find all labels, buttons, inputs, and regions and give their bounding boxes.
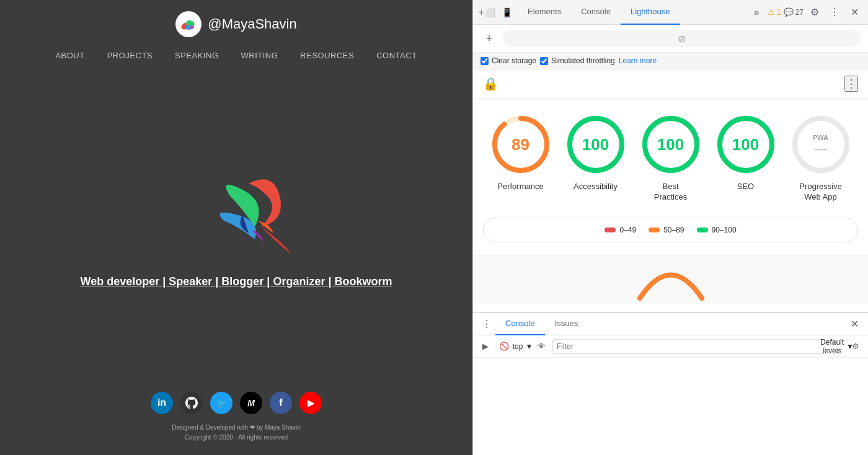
console-menu-button[interactable]: ⋮ [478, 316, 495, 333]
device-icon[interactable]: 📱 [498, 4, 515, 21]
console-toolbar: ▶ 🚫 top ▼ 👁 Default levels ▼ ⚙ [473, 335, 868, 358]
legend-fail: 0–49 [604, 226, 636, 234]
clear-storage-checkbox[interactable] [480, 57, 489, 65]
website-preview: @MayaShavin ABOUT PROJECTS SPEAKING WRIT… [0, 0, 472, 455]
lighthouse-more-button[interactable]: ⋮ [844, 76, 858, 92]
scores-section: 89 Performance 100 Accessibility [473, 99, 868, 213]
clear-storage-label: Clear storage [492, 56, 536, 65]
console-level-selector[interactable]: Default levels ▼ [830, 339, 844, 354]
hero-section: Web developer | Speaker | Blogger | Orga… [43, 70, 430, 377]
score-best-practices: 100 BestPractices [640, 113, 702, 203]
learn-more-link[interactable]: Learn more [619, 56, 657, 65]
error-count: 27 [795, 8, 804, 17]
best-practices-label: BestPractices [654, 182, 687, 203]
accessibility-circle: 100 [565, 113, 627, 175]
pwa-circle: PWA — [790, 113, 852, 175]
best-practices-score: 100 [657, 135, 684, 154]
score-accessibility: 100 Accessibility [565, 113, 627, 192]
more-options-button[interactable]: ⋮ [826, 4, 843, 21]
site-header: @MayaShavin ABOUT PROJECTS SPEAKING WRIT… [0, 0, 472, 70]
lighthouse-results: 🔒 ⋮ 89 Performance [473, 69, 868, 312]
performance-label: Performance [497, 182, 543, 192]
legend-fail-dot [604, 228, 616, 232]
footer-text: Designed & Developed with ❤ by Maya Shav… [172, 423, 301, 443]
tab-lighthouse[interactable]: Lighthouse [621, 0, 680, 25]
seo-label: SEO [737, 182, 754, 192]
devtools-tabs: Elements Console Lighthouse [518, 0, 745, 25]
social-youtube[interactable]: ▶ [299, 392, 322, 414]
pwa-label: ProgressiveWeb App [799, 182, 842, 203]
simulated-throttling-checkbox[interactable] [540, 57, 548, 65]
inspect-icon[interactable]: ⬜ [478, 4, 495, 21]
lighthouse-options: Clear storage Simulated throttling Learn… [473, 53, 868, 69]
accessibility-label: Accessibility [574, 182, 618, 192]
simulated-throttling-option[interactable]: Simulated throttling [540, 56, 615, 65]
social-twitter[interactable]: 🐦 [210, 392, 232, 414]
nav-resources[interactable]: RESOURCES [300, 51, 354, 60]
pwa-score-area: PWA — [813, 134, 828, 155]
footer-designed: Designed & Developed with ❤ by Maya Shav… [172, 423, 301, 433]
console-filter-input[interactable] [552, 339, 826, 354]
console-execute-button[interactable]: ▶ [478, 339, 493, 354]
lighthouse-bottom-scroll [473, 255, 868, 304]
settings-button[interactable]: ⚙ [806, 4, 823, 21]
console-block-button[interactable]: 🚫 [497, 339, 512, 354]
console-eye-button[interactable]: 👁 [534, 339, 549, 354]
more-tabs-icon[interactable]: » [748, 4, 765, 21]
social-facebook[interactable]: f [270, 392, 292, 414]
nav-about[interactable]: ABOUT [55, 51, 84, 60]
lighthouse-report-header: 🔒 ⋮ [473, 69, 868, 99]
score-performance: 89 Performance [490, 113, 552, 192]
social-linkedin[interactable]: in [151, 392, 173, 414]
lighthouse-add-button[interactable]: + [480, 30, 498, 47]
legend-section: 0–49 50–89 90–100 [483, 218, 858, 242]
legend-pass: 90–100 [697, 226, 737, 234]
score-seo: 100 SEO [715, 113, 777, 192]
clear-storage-option[interactable]: Clear storage [480, 56, 536, 65]
close-devtools-button[interactable]: ✕ [846, 4, 863, 21]
site-logo-area: @MayaShavin [175, 11, 296, 37]
social-github[interactable] [180, 392, 203, 414]
devtools-panel: ⬜ 📱 Elements Console Lighthouse » ⚠ 1 💬 … [472, 0, 868, 455]
lighthouse-toolbar: + ⊘ [473, 25, 868, 53]
tab-console[interactable]: Console [571, 0, 621, 25]
hero-graphic [180, 159, 292, 258]
pwa-label-abbr: PWA [813, 134, 828, 141]
console-context-selector[interactable]: top ▼ [515, 339, 530, 354]
site-nav: ABOUT PROJECTS SPEAKING WRITING RESOURCE… [55, 51, 417, 60]
legend-fail-range: 0–49 [619, 226, 636, 234]
lighthouse-panel: + ⊘ Clear storage Simulated throttling L… [473, 25, 868, 312]
hero-tagline: Web developer | Speaker | Blogger | Orga… [81, 275, 392, 288]
social-medium[interactable]: M [240, 392, 262, 414]
nav-contact[interactable]: CONTACT [376, 51, 417, 60]
warning-badge: ⚠ 1 [768, 7, 781, 17]
console-content [473, 358, 868, 455]
tab-console-main[interactable]: Console [495, 313, 545, 335]
console-level-label: Default levels [820, 338, 844, 355]
console-settings-button[interactable]: ⚙ [848, 339, 863, 354]
footer-copyright: Copyright © 2020 - All rights reserved [172, 433, 301, 443]
nav-speaking[interactable]: SPEAKING [175, 51, 218, 60]
legend-average: 50–89 [649, 226, 684, 234]
accessibility-score: 100 [582, 135, 609, 154]
legend-average-range: 50–89 [663, 226, 684, 234]
console-panel: ⋮ Console Issues ✕ ▶ 🚫 top ▼ 👁 Default l… [473, 312, 868, 455]
nav-writing[interactable]: WRITING [241, 51, 278, 60]
tab-issues[interactable]: Issues [545, 313, 588, 335]
warning-count: 1 [777, 8, 781, 17]
tab-elements[interactable]: Elements [518, 0, 571, 25]
seo-score: 100 [732, 135, 759, 154]
legend-pass-range: 90–100 [712, 226, 737, 234]
seo-circle: 100 [715, 113, 777, 175]
console-close-button[interactable]: ✕ [846, 316, 863, 333]
simulated-throttling-label: Simulated throttling [551, 56, 615, 65]
console-tabs: ⋮ Console Issues ✕ [473, 313, 868, 335]
console-context-label: top [513, 342, 523, 351]
score-pwa: PWA — ProgressiveWeb App [790, 113, 852, 203]
nav-projects[interactable]: PROJECTS [107, 51, 153, 60]
svg-rect-6 [481, 9, 482, 14]
site-footer: in 🐦 M f ▶ Designed & Developed with ❤ b… [151, 377, 322, 455]
site-title: @MayaShavin [208, 16, 296, 32]
lighthouse-url-bar: ⊘ [503, 30, 861, 47]
console-context-dropdown-icon: ▼ [525, 342, 533, 351]
